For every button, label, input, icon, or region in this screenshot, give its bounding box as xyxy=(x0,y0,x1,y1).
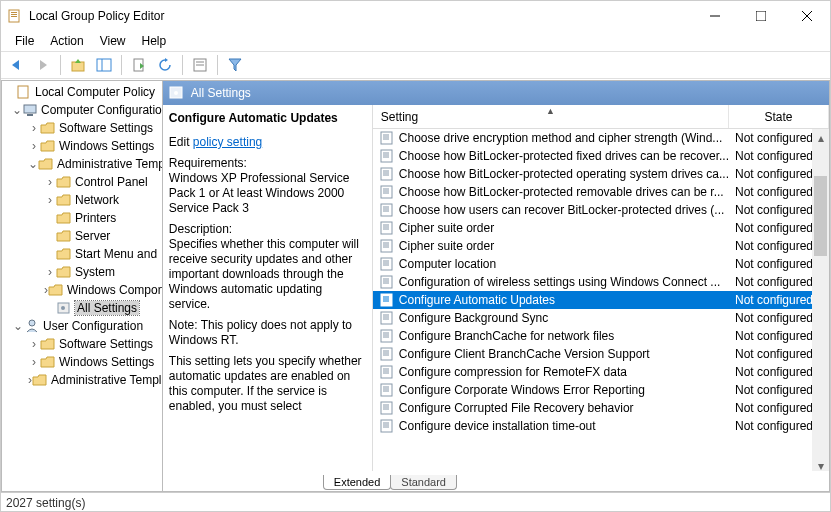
svg-rect-87 xyxy=(381,420,392,432)
tree-computer-config[interactable]: ⌄ Computer Configuration xyxy=(2,101,162,119)
list-item[interactable]: Configure Corrupted File Recovery behavi… xyxy=(373,399,829,417)
list-item-name: Cipher suite order xyxy=(399,239,729,253)
menu-file[interactable]: File xyxy=(9,32,40,50)
edit-policy-line: Edit policy setting xyxy=(169,135,362,150)
scroll-thumb[interactable] xyxy=(814,176,827,256)
policy-item-icon xyxy=(379,202,395,218)
tree-root[interactable]: Local Computer Policy xyxy=(2,83,162,101)
column-state[interactable]: State xyxy=(729,105,829,128)
export-button[interactable] xyxy=(127,54,151,76)
settings-icon xyxy=(169,86,185,100)
list-item[interactable]: Configuration of wireless settings using… xyxy=(373,273,829,291)
tab-standard[interactable]: Standard xyxy=(390,475,457,490)
chevron-down-icon[interactable]: ⌄ xyxy=(12,319,24,333)
maximize-button[interactable] xyxy=(738,1,784,31)
policy-item-icon xyxy=(379,130,395,146)
svg-rect-51 xyxy=(381,258,392,270)
list-item[interactable]: Choose how users can recover BitLocker-p… xyxy=(373,201,829,219)
tree-windows-components[interactable]: ›Windows Components xyxy=(2,281,162,299)
vertical-scrollbar[interactable]: ▴ ▾ xyxy=(812,129,829,474)
close-button[interactable] xyxy=(784,1,830,31)
policy-item-icon xyxy=(379,328,395,344)
list-item-name: Configure compression for RemoteFX data xyxy=(399,365,729,379)
policy-item-icon xyxy=(379,166,395,182)
tab-extended[interactable]: Extended xyxy=(323,475,391,490)
minimize-button[interactable] xyxy=(692,1,738,31)
svg-rect-83 xyxy=(381,402,392,414)
list-item[interactable]: Configure Corporate Windows Error Report… xyxy=(373,381,829,399)
policy-item-icon xyxy=(379,400,395,416)
svg-rect-5 xyxy=(756,11,766,21)
list-item[interactable]: Cipher suite orderNot configured xyxy=(373,219,829,237)
list-item[interactable]: Configure Automatic UpdatesNot configure… xyxy=(373,291,829,309)
tree-start-menu[interactable]: Start Menu and xyxy=(2,245,162,263)
menu-help[interactable]: Help xyxy=(136,32,173,50)
list-item[interactable]: Configure BranchCache for network filesN… xyxy=(373,327,829,345)
tree-user-admin-templates[interactable]: ›Administrative Templates xyxy=(2,371,162,389)
chevron-down-icon[interactable]: ⌄ xyxy=(28,157,38,171)
toolbar-divider xyxy=(121,55,122,75)
menu-view[interactable]: View xyxy=(94,32,132,50)
list-item[interactable]: Choose how BitLocker-protected operating… xyxy=(373,165,829,183)
chevron-right-icon[interactable]: › xyxy=(28,121,40,135)
list-item[interactable]: Configure device installation time-outNo… xyxy=(373,417,829,435)
list-item[interactable]: Configure Client BranchCache Version Sup… xyxy=(373,345,829,363)
svg-rect-39 xyxy=(381,204,392,216)
chevron-right-icon[interactable]: › xyxy=(28,337,40,351)
svg-rect-55 xyxy=(381,276,392,288)
svg-rect-15 xyxy=(18,86,28,98)
folder-icon xyxy=(40,336,56,352)
tree-printers[interactable]: Printers xyxy=(2,209,162,227)
chevron-right-icon[interactable]: › xyxy=(28,355,40,369)
sort-asc-icon: ▲ xyxy=(546,106,555,116)
show-hide-tree-button[interactable] xyxy=(92,54,116,76)
list-item[interactable]: Cipher suite orderNot configured xyxy=(373,237,829,255)
svg-rect-35 xyxy=(381,186,392,198)
list-item[interactable]: Choose how BitLocker-protected fixed dri… xyxy=(373,147,829,165)
chevron-right-icon[interactable]: › xyxy=(44,265,56,279)
svg-rect-75 xyxy=(381,366,392,378)
list-item-name: Configure Corrupted File Recovery behavi… xyxy=(399,401,729,415)
list-item[interactable]: Computer locationNot configured xyxy=(373,255,829,273)
tree-all-settings[interactable]: All Settings xyxy=(2,299,162,317)
folder-icon xyxy=(56,264,72,280)
pane-title: All Settings xyxy=(191,86,251,100)
tree-user-software-settings[interactable]: ›Software Settings xyxy=(2,335,162,353)
refresh-button[interactable] xyxy=(153,54,177,76)
tree-windows-settings[interactable]: ›Windows Settings xyxy=(2,137,162,155)
description-heading: Description: xyxy=(169,222,362,237)
list-item[interactable]: Choose how BitLocker-protected removable… xyxy=(373,183,829,201)
computer-icon xyxy=(22,102,38,118)
forward-button[interactable] xyxy=(31,54,55,76)
tree-pane[interactable]: Local Computer Policy ⌄ Computer Configu… xyxy=(1,80,163,492)
tree-server[interactable]: Server xyxy=(2,227,162,245)
status-bar: 2027 setting(s) xyxy=(0,492,831,512)
tree-user-config[interactable]: ⌄User Configuration xyxy=(2,317,162,335)
requirements-text: Windows XP Professional Service Pack 1 o… xyxy=(169,171,362,216)
up-button[interactable] xyxy=(66,54,90,76)
list-item-name: Configure Background Sync xyxy=(399,311,729,325)
chevron-right-icon[interactable]: › xyxy=(28,139,40,153)
column-setting[interactable]: Setting▲ xyxy=(373,105,729,128)
scroll-up-icon[interactable]: ▴ xyxy=(812,129,829,146)
policy-setting-link[interactable]: policy setting xyxy=(193,135,262,149)
filter-button[interactable] xyxy=(223,54,247,76)
chevron-right-icon[interactable]: › xyxy=(44,193,56,207)
chevron-down-icon[interactable]: ⌄ xyxy=(12,103,22,117)
tree-user-windows-settings[interactable]: ›Windows Settings xyxy=(2,353,162,371)
back-button[interactable] xyxy=(5,54,29,76)
properties-button[interactable] xyxy=(188,54,212,76)
tree-system[interactable]: ›System xyxy=(2,263,162,281)
tree-admin-templates[interactable]: ⌄Administrative Templates xyxy=(2,155,162,173)
menu-action[interactable]: Action xyxy=(44,32,89,50)
tree-control-panel[interactable]: ›Control Panel xyxy=(2,173,162,191)
list-item[interactable]: Configure Background SyncNot configured xyxy=(373,309,829,327)
selected-setting-title: Configure Automatic Updates xyxy=(169,111,362,125)
list-item[interactable]: Configure compression for RemoteFX dataN… xyxy=(373,363,829,381)
tree-software-settings[interactable]: ›Software Settings xyxy=(2,119,162,137)
svg-rect-2 xyxy=(11,14,17,15)
chevron-right-icon[interactable]: › xyxy=(44,175,56,189)
list-item[interactable]: Choose drive encryption method and ciphe… xyxy=(373,129,829,147)
tree-network[interactable]: ›Network xyxy=(2,191,162,209)
folder-icon xyxy=(40,138,56,154)
